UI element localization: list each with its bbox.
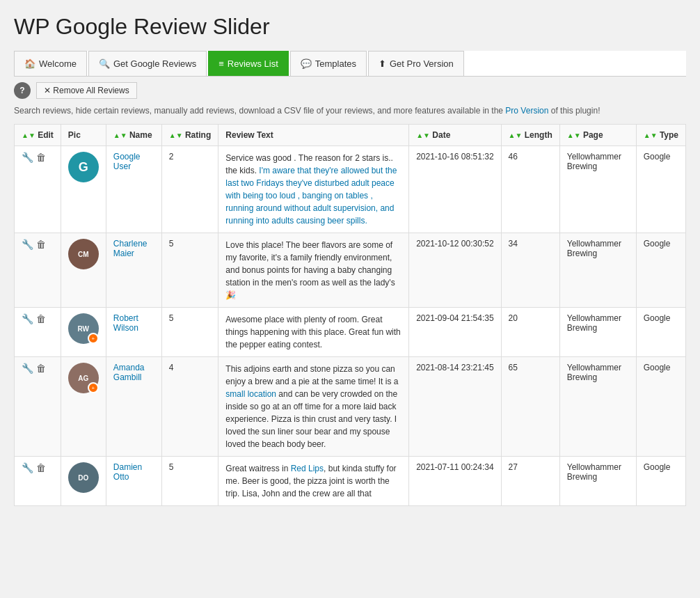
reviewer-name: Google User — [113, 152, 141, 171]
edit-icon[interactable]: 🔧 — [22, 363, 33, 374]
info-text: Search reviews, hide certain reviews, ma… — [14, 104, 686, 117]
help-button[interactable]: ? — [14, 82, 31, 99]
page-value: Yellowhammer Brewing — [567, 152, 621, 171]
th-edit: ▲▼ Edit — [15, 125, 61, 146]
app-title: WP Google Review Slider — [14, 14, 686, 40]
home-icon: 🏠 — [24, 58, 35, 69]
remove-all-button[interactable]: ✕ Remove All Reviews — [36, 82, 137, 99]
page-cell: Yellowhammer Brewing — [559, 357, 636, 457]
th-review: Review Text — [218, 125, 409, 146]
upload-icon: ⬆ — [379, 58, 386, 69]
action-icons: 🔧 🗑 — [22, 462, 54, 473]
review-text-plain: Love this place! The beer flavors are so… — [225, 240, 395, 300]
action-icons: 🔧 🗑 — [22, 152, 54, 163]
th-date: ▲▼ Date — [409, 125, 501, 146]
length-cell: 65 — [501, 357, 559, 457]
search-icon: 🔍 — [99, 58, 110, 69]
date-value: 2021-10-16 08:51:32 — [416, 152, 493, 162]
length-cell: 27 — [501, 457, 559, 506]
avatar-wrapper: RW + — [68, 313, 99, 344]
review-text: Service was good . The reason for 2 star… — [225, 152, 401, 227]
avatar-badge: + — [88, 333, 99, 344]
th-type: ▲▼ Type — [636, 125, 685, 146]
sort-icon-type: ▲▼ — [644, 132, 658, 139]
date-value: 2021-09-04 21:54:35 — [416, 313, 493, 323]
edit-icon[interactable]: 🔧 — [22, 152, 33, 163]
sort-icon-length: ▲▼ — [509, 132, 523, 139]
avatar-badge: + — [88, 382, 99, 393]
review-text-cell: Great waitress in Red Lips, but kinda st… — [218, 457, 409, 506]
avatar: DO — [68, 462, 99, 493]
reviewer-name: Amanda Gambill — [113, 363, 145, 382]
avatar: CM — [68, 239, 99, 269]
page-cell: Yellowhammer Brewing — [559, 308, 636, 357]
type-value: Google — [644, 152, 671, 162]
th-name: ▲▼ Name — [106, 125, 161, 146]
pro-version-link[interactable]: Pro Version — [505, 106, 548, 116]
sort-icon-edit: ▲▼ — [22, 132, 35, 139]
list-icon: ≡ — [218, 58, 224, 69]
tab-templates[interactable]: 💬 Templates — [290, 51, 367, 76]
rating-cell: 5 — [161, 308, 218, 357]
type-cell: Google — [636, 308, 685, 357]
chat-icon: 💬 — [301, 58, 312, 69]
review-link[interactable]: small location — [225, 389, 276, 399]
review-text: Love this place! The beer flavors are so… — [225, 239, 401, 301]
date-value: 2021-10-12 00:30:52 — [416, 239, 493, 249]
reviewer-name: Robert Wilson — [113, 313, 138, 333]
date-cell: 2021-10-16 08:51:32 — [409, 146, 501, 233]
avatar-wrapper: G — [68, 152, 99, 182]
review-text: Awesome place with plenty of room. Great… — [225, 313, 401, 351]
review-text: This adjoins earth and stone pizza so yo… — [225, 363, 401, 450]
delete-icon[interactable]: 🗑 — [36, 152, 46, 163]
avatar-wrapper: CM — [68, 239, 99, 269]
toolbar: ? ✕ Remove All Reviews — [14, 77, 686, 104]
tab-reviews-list-label: Reviews List — [228, 58, 278, 69]
rating-cell: 2 — [161, 146, 218, 233]
page-value: Yellowhammer Brewing — [567, 462, 621, 482]
delete-icon[interactable]: 🗑 — [36, 363, 46, 374]
length-cell: 46 — [501, 146, 559, 233]
table-row: 🔧 🗑 CM Charlene Maier5Love this place! T… — [15, 233, 686, 308]
reviewer-name: Charlene Maier — [113, 239, 148, 258]
table-row: 🔧 🗑 AG + Amanda Gambill4This adjoins ear… — [15, 357, 686, 457]
edit-icon[interactable]: 🔧 — [22, 239, 33, 250]
action-icons: 🔧 🗑 — [22, 313, 54, 324]
review-text-plain: Awesome place with plenty of room. Great… — [225, 315, 400, 349]
review-text-cell: This adjoins earth and stone pizza so yo… — [218, 357, 409, 457]
tab-reviews-list[interactable]: ≡ Reviews List — [208, 51, 289, 76]
th-pic: Pic — [61, 125, 106, 146]
date-cell: 2021-10-12 00:30:52 — [409, 233, 501, 308]
rating-cell: 5 — [161, 457, 218, 506]
tab-get-reviews-label: Get Google Reviews — [113, 58, 196, 69]
edit-icon[interactable]: 🔧 — [22, 313, 33, 324]
review-text-cell: Awesome place with plenty of room. Great… — [218, 308, 409, 357]
page-cell: Yellowhammer Brewing — [559, 233, 636, 308]
type-value: Google — [644, 313, 671, 323]
tab-templates-label: Templates — [315, 58, 356, 69]
review-text-cell: Love this place! The beer flavors are so… — [218, 233, 409, 308]
delete-icon[interactable]: 🗑 — [36, 313, 46, 324]
page-cell: Yellowhammer Brewing — [559, 457, 636, 506]
edit-icon[interactable]: 🔧 — [22, 462, 33, 473]
length-cell: 20 — [501, 308, 559, 357]
reviewer-name: Damien Otto — [113, 462, 142, 482]
page-value: Yellowhammer Brewing — [567, 363, 621, 382]
tab-welcome-label: Welcome — [39, 58, 77, 69]
tab-get-reviews[interactable]: 🔍 Get Google Reviews — [88, 51, 207, 76]
table-header-row: ▲▼ Edit Pic ▲▼ Name ▲▼ Rating Review Tex… — [15, 125, 686, 146]
date-cell: 2021-08-14 23:21:45 — [409, 357, 501, 457]
review-link[interactable]: Red Lips — [291, 464, 324, 473]
table-row: 🔧 🗑 G Google User2Service was good . The… — [15, 146, 686, 233]
tab-pro-version[interactable]: ⬆ Get Pro Version — [368, 51, 464, 76]
rating-cell: 4 — [161, 357, 218, 457]
table-row: 🔧 🗑 RW + Robert Wilson5Awesome place wit… — [15, 308, 686, 357]
delete-icon[interactable]: 🗑 — [36, 239, 46, 250]
type-value: Google — [644, 462, 671, 472]
delete-icon[interactable]: 🗑 — [36, 462, 46, 473]
th-length: ▲▼ Length — [501, 125, 559, 146]
avatar-wrapper: AG + — [68, 363, 99, 393]
sort-icon-name: ▲▼ — [113, 132, 127, 139]
tab-welcome[interactable]: 🏠 Welcome — [14, 51, 87, 76]
rating-cell: 5 — [161, 233, 218, 308]
